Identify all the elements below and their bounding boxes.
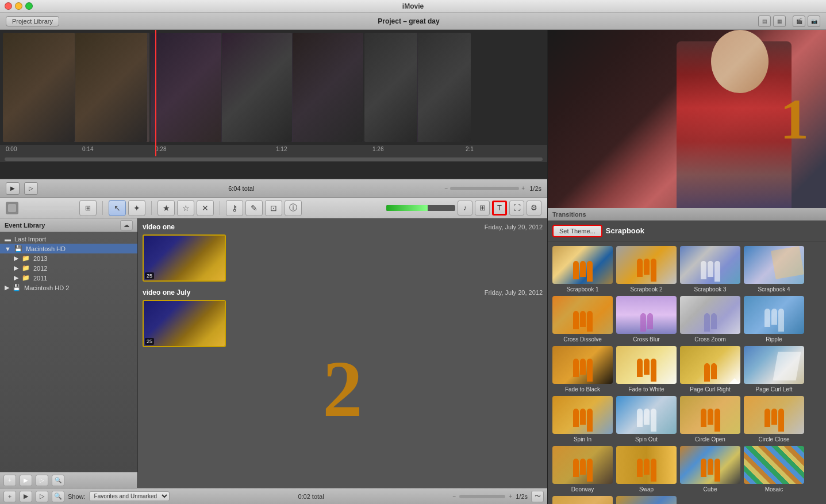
- expand-clip-button[interactable]: ⊞: [79, 200, 97, 216]
- transition-swap-thumb: [616, 446, 677, 484]
- folder-2011-icon2: 📁: [22, 274, 30, 282]
- event-library-item-mac-hd-2[interactable]: ▶ 💾 Macintosh HD 2: [0, 283, 137, 293]
- play-event-button[interactable]: ▶: [20, 475, 32, 486]
- transition-scrapbook-2[interactable]: Scrapbook 2: [616, 246, 677, 293]
- event-library-item-2012[interactable]: ▶ 📁 2012: [0, 263, 137, 273]
- transition-scrapbook-4[interactable]: Scrapbook 4: [744, 246, 804, 293]
- timeline-duration: 6:04 total: [43, 185, 440, 192]
- event-library-item-2011[interactable]: ▶ 📁 2011: [0, 273, 137, 283]
- transition-swap[interactable]: Swap: [616, 446, 677, 493]
- event-library-cloud-button[interactable]: ☁: [120, 220, 133, 230]
- info-button[interactable]: ⓘ: [285, 200, 302, 216]
- transition-page-curl-left-label: Page Curl Left: [756, 386, 793, 393]
- big-number-2: 2: [322, 343, 363, 435]
- transition-fade-to-white[interactable]: Fade to White: [616, 346, 677, 393]
- folder-2013-icon2: 📁: [22, 255, 30, 262]
- transition-cube-label: Cube: [704, 486, 717, 493]
- close-button[interactable]: [5, 2, 12, 10]
- crop-button[interactable]: ⊡: [265, 200, 282, 216]
- music-browser-button[interactable]: ♪: [458, 201, 472, 216]
- transition-browser-button[interactable]: ⛶: [509, 201, 524, 216]
- play-fullscreen-button[interactable]: ▷: [24, 182, 38, 195]
- view-swap-left[interactable]: 🎬: [793, 16, 805, 27]
- view-swap-right[interactable]: 📷: [808, 16, 820, 27]
- timeline-slider-area[interactable]: − +: [445, 185, 525, 191]
- view-mode-grid-button[interactable]: ▤: [758, 16, 771, 27]
- transition-circle-open-thumb: [680, 396, 740, 434]
- zoom-event-button[interactable]: 🔍: [52, 475, 64, 486]
- play-bottom-button[interactable]: ▶: [20, 491, 32, 502]
- right-panel: 1 Transitions Set Theme... Scrapbook: [547, 30, 826, 504]
- project-library-button[interactable]: Project Library: [6, 16, 59, 26]
- event-clip-2[interactable]: 25: [143, 300, 226, 347]
- mac-hd2-triangle: ▶: [5, 284, 9, 291]
- transition-cross-zoom[interactable]: Cross Zoom: [680, 296, 740, 343]
- timeline-zoom-slider[interactable]: [450, 187, 519, 190]
- ruler-mark-3: 1:12: [276, 146, 287, 152]
- transition-circle-close[interactable]: Circle Close: [744, 396, 804, 443]
- right-icons: ♪ ⊞ T ⛶ ⚙: [458, 201, 541, 216]
- show-select[interactable]: Favorites and Unmarked: [89, 491, 170, 501]
- clip-mode-section: ⊞: [6, 200, 97, 216]
- event-library-header: Event Library ☁: [0, 218, 137, 232]
- transition-scrapbook-3-thumb: [680, 246, 740, 284]
- reject-button[interactable]: ✕: [197, 200, 214, 216]
- rate-unrate-button[interactable]: ☆: [177, 200, 194, 216]
- folder-2012-label: 2012: [33, 265, 47, 272]
- titlebar: iMovie: [0, 0, 826, 13]
- play-event-button2[interactable]: ▷: [36, 475, 48, 486]
- event-zoom-slider[interactable]: [459, 495, 505, 498]
- transitions-tab[interactable]: Transitions: [552, 211, 586, 218]
- zoom-bottom-button[interactable]: 🔍: [52, 491, 64, 502]
- transition-page-curl-right-label: Page Curl Right: [690, 386, 731, 393]
- wave-button[interactable]: 〜: [531, 491, 544, 502]
- title-browser-button[interactable]: T: [492, 201, 507, 216]
- photo-browser-button[interactable]: ⊞: [475, 201, 490, 216]
- transition-bottom-1[interactable]: [552, 496, 613, 504]
- transition-circle-open[interactable]: Circle Open: [680, 396, 740, 443]
- transition-cross-blur[interactable]: Cross Blur: [616, 296, 677, 343]
- transition-cross-zoom-label: Cross Zoom: [694, 336, 725, 343]
- timeline-ruler: 0:00 0:14 0:28 1:12 1:26 2:1: [0, 145, 547, 156]
- add-event-bottom-button[interactable]: +: [3, 491, 16, 502]
- transition-cross-dissolve[interactable]: Cross Dissolve: [552, 296, 613, 343]
- rate-favorite-button[interactable]: ★: [157, 200, 175, 216]
- timeline-controls: ▶ ▷ 6:04 total − + 1/2s: [0, 179, 547, 198]
- transition-ripple[interactable]: Ripple: [744, 296, 804, 343]
- transition-mosaic[interactable]: Mosaic: [744, 446, 804, 493]
- event-library-item-mac-hd[interactable]: ▼ 💾 Macintosh HD: [0, 244, 137, 253]
- timeline-clip-3[interactable]: [364, 33, 471, 142]
- add-event-button[interactable]: +: [3, 475, 16, 486]
- transition-bottom-2[interactable]: [616, 496, 677, 504]
- color-button[interactable]: ✎: [245, 200, 263, 216]
- maximize-button[interactable]: [25, 2, 33, 10]
- play-button[interactable]: ▶: [6, 182, 20, 195]
- mac-hd-triangle: ▼: [5, 245, 11, 252]
- minimize-button[interactable]: [15, 2, 22, 10]
- folder-2013-icon: ▶: [14, 255, 18, 262]
- view-mode-list-button[interactable]: ▦: [773, 16, 786, 27]
- timeline-clip-1[interactable]: [3, 33, 149, 142]
- set-theme-button[interactable]: Set Theme...: [552, 225, 602, 237]
- transition-spin-in[interactable]: Spin In: [552, 396, 613, 443]
- key-button[interactable]: ⚷: [226, 200, 243, 216]
- transition-scrapbook-3[interactable]: Scrapbook 3: [680, 246, 740, 293]
- transition-cross-blur-thumb: [616, 296, 677, 334]
- map-button[interactable]: ⚙: [527, 201, 541, 216]
- window-controls[interactable]: [5, 2, 33, 10]
- event-library-item-2013[interactable]: ▶ 📁 2013: [0, 253, 137, 263]
- transition-fade-to-black[interactable]: Fade to Black: [552, 346, 613, 393]
- playhead[interactable]: [155, 30, 156, 156]
- transition-scrapbook-1[interactable]: Scrapbook 1: [552, 246, 613, 293]
- transition-cube[interactable]: Cube: [680, 446, 740, 493]
- transition-doorway[interactable]: Doorway: [552, 446, 613, 493]
- transition-page-curl-left[interactable]: Page Curl Left: [744, 346, 804, 393]
- event-library-item-last-import[interactable]: ▬ Last Import: [0, 234, 137, 244]
- event-clip-1[interactable]: 25: [143, 234, 226, 282]
- timeline-clip-2[interactable]: [151, 33, 363, 142]
- play2-bottom-button[interactable]: ▷: [36, 491, 48, 502]
- select-tool-button[interactable]: ↖: [109, 200, 126, 216]
- adjust-tool-button[interactable]: ✦: [128, 200, 145, 216]
- transition-spin-out[interactable]: Spin Out: [616, 396, 677, 443]
- transition-page-curl-right[interactable]: Page Curl Right: [680, 346, 740, 393]
